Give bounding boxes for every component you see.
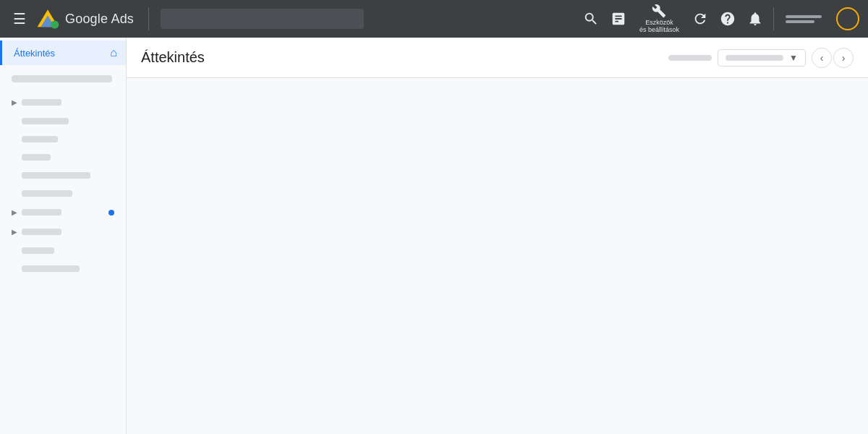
chevron-down-icon: ▼ bbox=[789, 53, 798, 63]
sidebar-label-skeleton bbox=[22, 99, 61, 106]
sidebar-label-skeleton bbox=[22, 209, 61, 216]
main-content-area: Áttekintés ▼ ‹ › bbox=[127, 38, 868, 434]
tools-label: Eszközök és beállítások bbox=[639, 20, 679, 34]
sidebar-active-label: Áttekintés bbox=[14, 48, 55, 59]
sidebar-label-skeleton bbox=[22, 118, 69, 124]
help-icon-button[interactable] bbox=[715, 7, 740, 31]
tools-icon bbox=[652, 4, 666, 18]
svg-point-2 bbox=[51, 20, 59, 28]
list-item[interactable] bbox=[0, 148, 126, 166]
sidebar-label-skeleton bbox=[22, 247, 54, 254]
account-name-placeholder bbox=[780, 12, 827, 26]
search-bar-skeleton bbox=[161, 9, 364, 29]
date-range-dropdown[interactable]: ▼ bbox=[718, 49, 806, 67]
sidebar-label-skeleton bbox=[22, 154, 51, 161]
list-item[interactable] bbox=[0, 112, 126, 130]
nav-divider bbox=[148, 7, 149, 30]
main-header: Áttekintés ▼ ‹ › bbox=[127, 38, 868, 78]
main-header-actions: ▼ ‹ › bbox=[668, 48, 854, 68]
main-layout: Áttekintés ⌂ ▶ ▶ bbox=[0, 38, 868, 434]
page-title: Áttekintés bbox=[141, 49, 205, 66]
chevron-right-icon: ▶ bbox=[12, 208, 17, 216]
dropdown-label-placeholder bbox=[726, 55, 783, 61]
app-title: Google Ads bbox=[65, 12, 134, 27]
account-avatar[interactable] bbox=[836, 7, 859, 30]
list-item[interactable] bbox=[0, 242, 126, 260]
notifications-icon-button[interactable] bbox=[743, 7, 767, 31]
sidebar-skeleton-bar-1 bbox=[12, 75, 112, 82]
app-logo: Google Ads bbox=[36, 7, 134, 30]
main-body bbox=[127, 78, 868, 434]
google-ads-logo-icon bbox=[36, 7, 59, 30]
chevron-right-icon: ▶ bbox=[12, 228, 17, 236]
actions-divider bbox=[773, 7, 774, 30]
navigation-arrows: ‹ › bbox=[812, 48, 854, 68]
list-item[interactable]: ▶ bbox=[0, 93, 126, 112]
list-item[interactable]: ▶ bbox=[0, 222, 126, 242]
search-icon-button[interactable] bbox=[579, 7, 603, 31]
list-item[interactable] bbox=[0, 260, 126, 278]
sidebar-label-skeleton bbox=[22, 172, 90, 179]
refresh-icon-button[interactable] bbox=[688, 7, 712, 31]
sidebar-item-attekintes[interactable]: Áttekintés ⌂ bbox=[0, 41, 126, 65]
chevron-right-icon: ▶ bbox=[12, 98, 17, 106]
hamburger-menu-button[interactable]: ☰ bbox=[9, 6, 30, 32]
tools-settings-button[interactable]: Eszközök és beállítások bbox=[634, 1, 685, 37]
notification-dot bbox=[109, 210, 114, 216]
topnav-action-buttons: Eszközök és beállítások bbox=[579, 1, 859, 37]
sidebar-skeleton-group-1 bbox=[0, 65, 126, 93]
top-navigation: ☰ Google Ads Eszközök és beállítások bbox=[0, 0, 868, 38]
sidebar-label-skeleton bbox=[22, 229, 61, 235]
list-item[interactable] bbox=[0, 130, 126, 148]
reports-icon bbox=[610, 11, 626, 27]
bell-icon bbox=[747, 11, 763, 27]
list-item[interactable]: ▶ bbox=[0, 203, 126, 222]
help-icon bbox=[720, 11, 736, 27]
home-icon: ⌂ bbox=[110, 46, 117, 59]
reports-icon-button[interactable] bbox=[606, 7, 631, 31]
refresh-icon bbox=[692, 11, 708, 27]
search-icon bbox=[583, 11, 599, 27]
sidebar: Áttekintés ⌂ ▶ ▶ bbox=[0, 38, 127, 434]
list-item[interactable] bbox=[0, 166, 126, 184]
sidebar-label-skeleton bbox=[22, 190, 72, 197]
sidebar-label-skeleton bbox=[22, 136, 58, 142]
nav-next-button[interactable]: › bbox=[833, 48, 854, 68]
sidebar-label-skeleton bbox=[22, 265, 80, 272]
list-item[interactable] bbox=[0, 184, 126, 203]
nav-prev-button[interactable]: ‹ bbox=[812, 48, 832, 68]
header-bar-placeholder bbox=[668, 55, 712, 61]
